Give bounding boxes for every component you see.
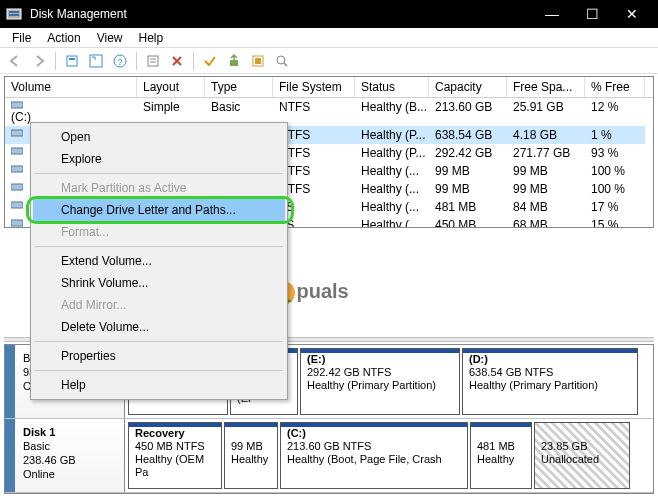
menu-action[interactable]: Action [39, 29, 88, 47]
maximize-button[interactable]: ☐ [572, 6, 612, 22]
svg-rect-13 [255, 58, 261, 64]
cell-cap: 292.42 GB [429, 144, 507, 162]
cell-cap: 99 MB [429, 180, 507, 198]
check-icon[interactable] [199, 50, 221, 72]
column-headers: Volume Layout Type File System Status Ca… [5, 77, 653, 98]
forward-button[interactable] [28, 50, 50, 72]
toolbar: ? [0, 48, 658, 74]
refresh-icon[interactable] [85, 50, 107, 72]
col-freespace[interactable]: Free Spa... [507, 77, 585, 97]
settings-icon[interactable] [142, 50, 164, 72]
back-button[interactable] [4, 50, 26, 72]
ctx-open[interactable]: Open [33, 126, 285, 148]
svg-rect-1 [9, 11, 19, 13]
cell-cap: 450 MB [429, 216, 507, 228]
ctx-delete-volume[interactable]: Delete Volume... [33, 316, 285, 338]
ctx-shrink-volume[interactable]: Shrink Volume... [33, 272, 285, 294]
col-type[interactable]: Type [205, 77, 273, 97]
col-filesystem[interactable]: File System [273, 77, 355, 97]
delete-icon[interactable] [166, 50, 188, 72]
svg-rect-3 [67, 56, 77, 66]
cell-status: Healthy (... [355, 162, 429, 180]
minimize-button[interactable]: — [532, 6, 572, 22]
cell-status: Healthy (... [355, 180, 429, 198]
svg-rect-21 [11, 202, 23, 208]
svg-rect-20 [11, 184, 23, 190]
ctx-extend-volume[interactable]: Extend Volume... [33, 250, 285, 272]
cell-free: 4.18 GB [507, 126, 585, 144]
cell-pct: 93 % [585, 144, 645, 162]
titlebar: Disk Management — ☐ ✕ [0, 0, 658, 28]
cell-status: Healthy (... [355, 216, 429, 228]
disk1-type: Basic [23, 439, 116, 453]
cell-status: Healthy (... [355, 198, 429, 216]
context-menu: Open Explore Mark Partition as Active Ch… [30, 122, 288, 400]
col-capacity[interactable]: Capacity [429, 77, 507, 97]
ctx-change-drive-letter[interactable]: Change Drive Letter and Paths... [33, 199, 285, 221]
svg-rect-8 [148, 56, 158, 66]
disk1-status: Online [23, 467, 116, 481]
help-icon[interactable]: ? [109, 50, 131, 72]
cell-status: Healthy (P... [355, 144, 429, 162]
cell-cap: 481 MB [429, 198, 507, 216]
cell-cap: 638.54 GB [429, 126, 507, 144]
ctx-add-mirror: Add Mirror... [33, 294, 285, 316]
cell-status: Healthy (P... [355, 126, 429, 144]
svg-rect-22 [11, 220, 23, 226]
list-icon[interactable] [247, 50, 269, 72]
svg-text:?: ? [117, 57, 122, 67]
disk1-partition-c[interactable]: (C:) 213.60 GB NTFS Healthy (Boot, Page … [280, 422, 468, 489]
disk-info-1[interactable]: Disk 1 Basic 238.46 GB Online [5, 419, 125, 492]
cell-pct: 100 % [585, 162, 645, 180]
cell-cap: 99 MB [429, 162, 507, 180]
ctx-properties[interactable]: Properties [33, 345, 285, 367]
disk1-unallocated[interactable]: 23.85 GB Unallocated [534, 422, 630, 489]
cell-free: 68 MB [507, 216, 585, 228]
cell-cap: 213.60 GB [429, 98, 507, 126]
ctx-explore[interactable]: Explore [33, 148, 285, 170]
find-icon[interactable] [271, 50, 293, 72]
cell-pct: 17 % [585, 198, 645, 216]
ctx-help[interactable]: Help [33, 374, 285, 396]
disk1-size: 238.46 GB [23, 453, 116, 467]
cell-status: Healthy (B... [355, 98, 429, 126]
svg-rect-16 [11, 102, 23, 108]
properties-icon[interactable] [61, 50, 83, 72]
col-status[interactable]: Status [355, 77, 429, 97]
ctx-mark-active: Mark Partition as Active [33, 177, 285, 199]
col-volume[interactable]: Volume [5, 77, 137, 97]
cell-free: 99 MB [507, 162, 585, 180]
svg-rect-17 [11, 130, 23, 136]
app-icon [6, 6, 22, 22]
cell-pct: 12 % [585, 98, 645, 126]
cell-free: 99 MB [507, 180, 585, 198]
cell-free: 271.77 GB [507, 144, 585, 162]
col-pctfree[interactable]: % Free [585, 77, 645, 97]
cell-pct: 1 % [585, 126, 645, 144]
disk1-name: Disk 1 [23, 425, 116, 439]
col-layout[interactable]: Layout [137, 77, 205, 97]
disk1-partition-4[interactable]: 481 MB Healthy [470, 422, 532, 489]
menu-view[interactable]: View [89, 29, 131, 47]
svg-rect-5 [90, 55, 102, 67]
disk-row-1: Disk 1 Basic 238.46 GB Online Recovery 4… [5, 419, 653, 493]
svg-point-14 [277, 56, 285, 64]
svg-rect-19 [11, 166, 23, 172]
window-title: Disk Management [30, 7, 532, 21]
disk0-partition-d[interactable]: (D:) 638.54 GB NTFS Healthy (Primary Par… [462, 348, 638, 415]
menu-file[interactable]: File [4, 29, 39, 47]
disk1-partition-recovery[interactable]: Recovery 450 MB NTFS Healthy (OEM Pa [128, 422, 222, 489]
disk0-partition-e[interactable]: (E:) 292.42 GB NTFS Healthy (Primary Par… [300, 348, 460, 415]
cell-free: 84 MB [507, 198, 585, 216]
cell-pct: 100 % [585, 180, 645, 198]
svg-rect-4 [69, 58, 75, 60]
action-icon[interactable] [223, 50, 245, 72]
menubar: File Action View Help [0, 28, 658, 48]
menu-help[interactable]: Help [131, 29, 172, 47]
close-button[interactable]: ✕ [612, 6, 652, 22]
disk1-partition-2[interactable]: 99 MB Healthy [224, 422, 278, 489]
cell-pct: 15 % [585, 216, 645, 228]
ctx-format: Format... [33, 221, 285, 243]
svg-rect-18 [11, 148, 23, 154]
cell-free: 25.91 GB [507, 98, 585, 126]
